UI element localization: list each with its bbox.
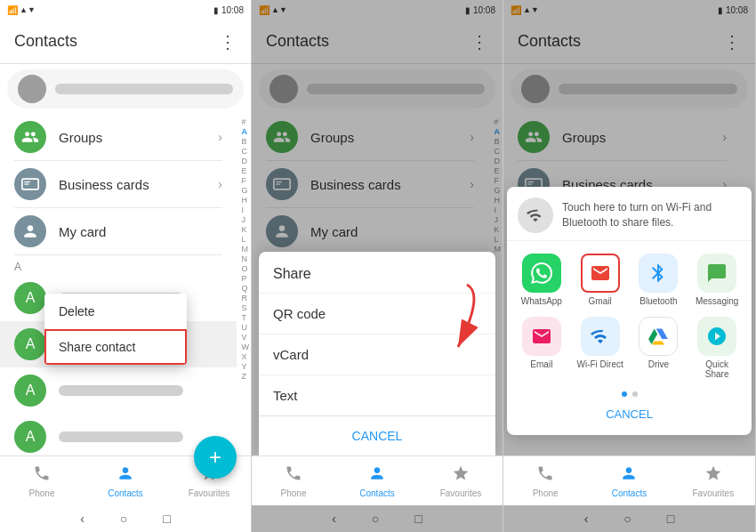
nav-phone-1[interactable]: Phone <box>0 459 84 504</box>
businesscards-item-1[interactable]: Business cards › <box>0 161 237 207</box>
gmail-label: Gmail <box>589 296 612 306</box>
bluetooth-label: Bluetooth <box>639 296 677 306</box>
nav-phone-2[interactable]: Phone <box>252 459 335 504</box>
contacts-icon-3 <box>620 464 638 487</box>
nav-fav-2[interactable]: Favourites <box>419 459 503 504</box>
panel-3: 📶 ▲▼ ▮ 10:08 Contacts ⋮ Groups › <box>503 0 756 532</box>
time: 10:08 <box>221 5 244 15</box>
nav-contacts-2[interactable]: Contacts <box>335 459 419 504</box>
wifi-banner-icon <box>518 197 553 233</box>
groups-icon-1 <box>14 121 46 153</box>
system-nav-1: ‹ ○ □ <box>0 505 251 532</box>
mycard-item-1[interactable]: My card <box>0 208 237 254</box>
home-btn-1[interactable]: ○ <box>120 512 127 526</box>
quickshare-label: Quick Share <box>693 359 741 379</box>
contacts-nav-icon-1 <box>117 464 134 487</box>
mycard-icon-1 <box>14 215 46 247</box>
share-options-cancel[interactable]: CANCEL <box>507 400 752 428</box>
contact-name-3 <box>59 385 183 396</box>
groups-chevron-1: › <box>218 130 222 144</box>
contact-name-4 <box>59 431 183 442</box>
bottom-nav-3: Phone Contacts Favourites <box>503 455 755 505</box>
status-bar-1: 📶 ▲▼ ▮ 10:08 <box>0 0 251 20</box>
contact-avatar-a3: A <box>14 375 46 407</box>
contacts-label-3: Contacts <box>612 488 647 498</box>
share-messaging[interactable]: Messaging <box>689 250 744 310</box>
nav-fav-3[interactable]: Favourites <box>672 459 755 504</box>
businesscards-chevron-1: › <box>218 177 222 191</box>
contacts-icon-2 <box>368 464 386 487</box>
wifidirect-label: Wi-Fi Direct <box>577 359 623 369</box>
qrcode-option[interactable]: QR code <box>259 293 495 334</box>
section-a-1: A <box>0 255 237 275</box>
share-quickshare[interactable]: Quick Share <box>689 313 744 383</box>
share-apps-grid: WhatsApp Gmail Bluetooth <box>507 241 752 386</box>
contact-avatar-a2: A <box>14 328 46 360</box>
menu-icon-1[interactable]: ⋮ <box>219 31 237 52</box>
share-wifidirect[interactable]: Wi-Fi Direct <box>573 313 628 383</box>
nav-phone-3[interactable]: Phone <box>503 459 587 504</box>
profile-avatar-1 <box>18 75 46 103</box>
nav-contacts-1[interactable]: Contacts <box>84 459 167 504</box>
dot-active <box>622 391 627 397</box>
email-icon <box>522 317 561 356</box>
nav-contacts-3[interactable]: Contacts <box>587 459 671 504</box>
text-option[interactable]: Text <box>259 375 495 415</box>
share-bluetooth[interactable]: Bluetooth <box>631 250 687 310</box>
bluetooth-icon <box>639 254 678 293</box>
fav-label-3: Favourites <box>692 488 734 498</box>
businesscards-icon-1 <box>14 168 46 200</box>
share-contact-option[interactable]: Share contact <box>44 329 187 365</box>
context-menu-1: Delete Share contact <box>44 294 187 365</box>
groups-item-1[interactable]: Groups › <box>0 114 237 160</box>
contact-avatar-a1: A <box>14 282 46 314</box>
panel-1: 📶 ▲▼ ▮ 10:08 Contacts ⋮ Groups › <box>0 0 252 532</box>
search-placeholder-1 <box>55 84 233 94</box>
share-dialog-title: Share <box>259 266 495 293</box>
wifi-banner[interactable]: Touch here to turn on Wi-Fi and Bluetoot… <box>507 187 752 241</box>
contact-row-3[interactable]: A <box>0 367 237 414</box>
drive-label: Drive <box>648 359 669 369</box>
vcard-option[interactable]: vCard <box>259 334 495 375</box>
share-dialog-cancel[interactable]: CANCEL <box>259 415 495 455</box>
delete-option[interactable]: Delete <box>44 294 187 329</box>
share-whatsapp[interactable]: WhatsApp <box>514 250 569 310</box>
share-options-dialog: Touch here to turn on Wi-Fi and Bluetoot… <box>507 187 752 435</box>
wifi-banner-text: Touch here to turn on Wi-Fi and Bluetoot… <box>562 200 741 230</box>
gmail-icon <box>581 254 620 293</box>
whatsapp-icon <box>522 254 561 293</box>
signal-icon: 📶 <box>7 5 18 15</box>
nav-favourites-label-1: Favourites <box>189 488 230 498</box>
businesscards-label-1: Business cards <box>59 177 218 192</box>
wifi-status-icon: ▲▼ <box>20 5 36 14</box>
app-header-1: Contacts ⋮ <box>0 20 251 64</box>
fav-label-2: Favourites <box>440 488 482 498</box>
contacts-label-2: Contacts <box>359 488 394 498</box>
back-btn-1[interactable]: ‹ <box>80 512 84 526</box>
drive-icon <box>639 317 678 356</box>
share-gmail[interactable]: Gmail <box>573 250 628 310</box>
dot-inactive <box>632 391 638 397</box>
phone-icon-3 <box>536 464 554 487</box>
fav-icon-3 <box>704 464 722 487</box>
phone-label-2: Phone <box>281 488 307 498</box>
share-dialog: Share QR code vCard Text CANCEL <box>259 252 495 455</box>
fav-icon-2 <box>452 464 470 487</box>
contact-avatar-a4: A <box>14 421 46 453</box>
phone-nav-icon-1 <box>33 464 51 487</box>
time-display: ▮ 10:08 <box>213 5 244 15</box>
search-bar-1[interactable] <box>7 69 244 109</box>
status-icons: 📶 ▲▼ <box>7 5 36 15</box>
nav-contacts-label-1: Contacts <box>108 488 142 498</box>
panel-2: 📶 ▲▼ ▮ 10:08 Contacts ⋮ Groups › <box>252 0 503 532</box>
recents-btn-1[interactable]: □ <box>163 512 170 526</box>
phone-label-3: Phone <box>533 488 559 498</box>
share-dots <box>507 386 752 400</box>
app-title-1: Contacts <box>14 32 77 51</box>
wifidirect-icon <box>581 317 620 356</box>
fab-button-1[interactable]: + <box>194 436 237 479</box>
phone-icon-2 <box>285 464 302 487</box>
share-email[interactable]: Email <box>514 313 569 383</box>
share-drive[interactable]: Drive <box>631 313 687 383</box>
contact-list-1: Groups › Business cards › My card <box>0 114 251 455</box>
